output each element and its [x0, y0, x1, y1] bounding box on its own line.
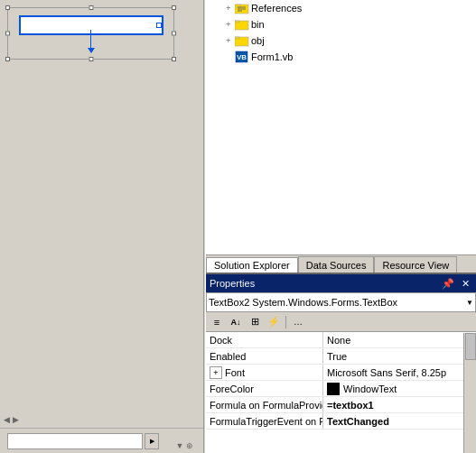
handle-br — [172, 57, 176, 61]
pin-icon: ▼ ⊕ — [176, 441, 193, 450]
component-selector-text: TextBox2 System.Windows.Forms.TextBox — [209, 297, 397, 308]
resize-indicator: ◀ ▶ — [4, 415, 19, 424]
properties-panel: Properties 📌 ✕ TextBox2 System.Windows.F… — [206, 273, 476, 453]
tab-resource-view[interactable]: Resource View — [374, 256, 457, 273]
prop-value-formula: =textbox1 — [323, 397, 476, 412]
prop-row-font[interactable]: + Font Microsoft Sans Serif, 8.25p — [206, 365, 476, 381]
references-label: References — [251, 3, 302, 14]
properties-grid: Dock None Enabled True + Font Microsoft … — [206, 332, 476, 453]
textbox-resize-handle[interactable] — [156, 23, 162, 28]
prop-value-dock: None — [323, 332, 476, 347]
properties-scrollbar[interactable] — [463, 333, 476, 453]
designer-bottom-bar: ▶ ◀ ▶ ▼ ⊕ — [0, 428, 206, 453]
right-panel: + References + bin — [206, 0, 476, 453]
prop-row-formula-trigger[interactable]: FormulaTriggerEvent on F TextChanged — [206, 413, 476, 430]
bottom-tabs-bar: Solution Explorer Data Sources Resource … — [206, 254, 476, 273]
prop-name-font: + Font — [206, 365, 323, 380]
prop-value-font: Microsoft Sans Serif, 8.25p — [323, 365, 476, 380]
toolbar-sep — [285, 316, 286, 328]
component-selector[interactable]: TextBox2 System.Windows.Forms.TextBox ▼ — [206, 292, 476, 312]
bin-label: bin — [251, 19, 265, 30]
extra-btn[interactable]: … — [289, 314, 307, 330]
prop-name-enabled: Enabled — [206, 348, 323, 364]
tab-solution-explorer-label: Solution Explorer — [214, 260, 290, 271]
forecolor-swatch — [327, 383, 340, 395]
form-canvas — [7, 7, 174, 60]
handle-tr — [172, 5, 176, 10]
obj-label: obj — [251, 35, 265, 46]
svg-rect-8 — [235, 37, 239, 39]
font-expand-btn[interactable]: + — [210, 366, 222, 379]
bottom-arrow-btn[interactable]: ▶ — [145, 433, 159, 449]
handle-bm — [89, 57, 93, 61]
svg-text:VB: VB — [237, 53, 247, 61]
prop-name-dock: Dock — [206, 332, 323, 347]
properties-icon: ⊞ — [251, 316, 259, 328]
extra-icon: … — [294, 317, 303, 327]
prop-value-enabled: True — [323, 348, 476, 364]
events-icon: ⚡ — [267, 316, 280, 328]
handle-tl — [5, 5, 10, 10]
categorized-btn[interactable]: ≡ — [208, 314, 226, 330]
events-btn[interactable]: ⚡ — [265, 314, 283, 330]
handle-ml — [5, 32, 10, 36]
pin-button[interactable]: 📌 — [441, 276, 455, 291]
prop-row-forecolor[interactable]: ForeColor WindowText — [206, 381, 476, 397]
tree-item-obj[interactable]: + obj — [206, 32, 476, 49]
prop-name-forecolor: ForeColor — [206, 381, 323, 396]
prop-row-formula[interactable]: Formula on FormulaProvid =textbox1 — [206, 397, 476, 413]
categorized-icon: ≡ — [214, 317, 219, 328]
tab-resource-view-label: Resource View — [382, 260, 449, 271]
handle-tm — [89, 5, 93, 10]
scroll-thumb[interactable] — [465, 333, 476, 360]
form1vb-label: Form1.vb — [251, 51, 293, 62]
tree-item-bin[interactable]: + bin — [206, 16, 476, 32]
selector-dropdown-arrow: ▼ — [466, 299, 473, 307]
obj-folder-icon — [235, 33, 249, 48]
properties-header-label: Properties — [210, 278, 255, 289]
svg-rect-6 — [235, 21, 239, 23]
tab-solution-explorer[interactable]: Solution Explorer — [206, 257, 298, 273]
prop-row-dock[interactable]: Dock None — [206, 332, 476, 348]
bottom-form-input[interactable] — [7, 433, 143, 449]
close-icon: ✕ — [462, 278, 470, 290]
properties-header: Properties 📌 ✕ — [206, 274, 476, 292]
properties-btn[interactable]: ⊞ — [246, 314, 264, 330]
prop-value-formula-trigger: TextChanged — [323, 413, 476, 429]
selection-arrow — [88, 30, 95, 53]
designer-panel: ▶ ◀ ▶ ▼ ⊕ — [0, 0, 206, 453]
close-button[interactable]: ✕ — [458, 276, 472, 291]
tab-data-sources[interactable]: Data Sources — [298, 256, 375, 273]
prop-value-forecolor: WindowText — [323, 381, 476, 396]
expand-icon-bin[interactable]: + — [222, 18, 235, 31]
expand-icon-obj[interactable]: + — [222, 34, 235, 47]
references-folder-icon — [235, 1, 249, 15]
tree-item-references[interactable]: + References — [206, 0, 476, 16]
form1-file-icon: VB — [235, 50, 249, 64]
prop-row-enabled[interactable]: Enabled True — [206, 348, 476, 365]
properties-toolbar: ≡ A↓ ⊞ ⚡ … — [206, 312, 476, 332]
alphabetical-icon: A↓ — [231, 318, 241, 327]
tree-item-form1vb[interactable]: + VB Form1.vb — [206, 49, 476, 65]
bin-folder-icon — [235, 17, 249, 32]
properties-header-icons: 📌 ✕ — [441, 276, 472, 291]
handle-bl — [5, 57, 10, 61]
expand-icon-references[interactable]: + — [222, 2, 235, 14]
handle-mr — [172, 32, 176, 36]
tab-data-sources-label: Data Sources — [306, 260, 367, 271]
prop-name-formula: Formula on FormulaProvid — [206, 397, 323, 412]
scroll-track — [464, 333, 476, 453]
pin-icon: 📌 — [442, 278, 454, 290]
prop-name-formula-trigger: FormulaTriggerEvent on F — [206, 413, 323, 429]
solution-explorer-tree: + References + bin — [206, 0, 476, 262]
alphabetical-btn[interactable]: A↓ — [227, 314, 245, 330]
